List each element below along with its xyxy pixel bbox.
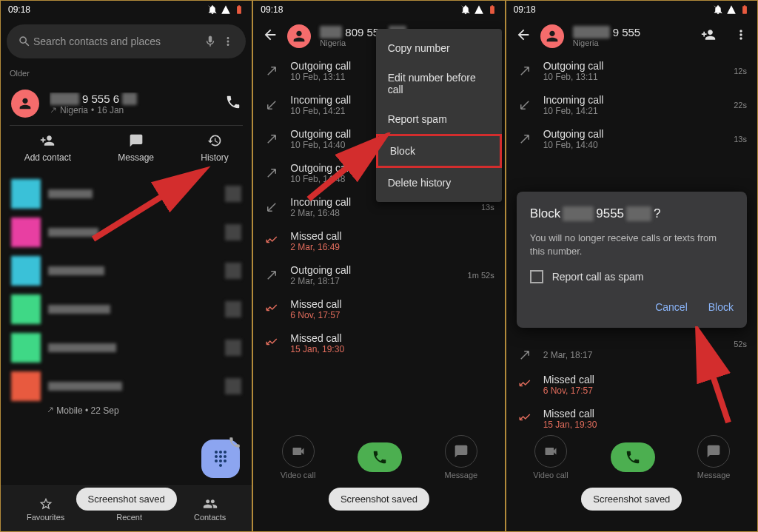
missed-call-icon (264, 337, 280, 350)
older-label: Older (1, 64, 252, 82)
missed-call-icon (264, 235, 280, 248)
in-call-icon (517, 98, 533, 112)
add-person-icon[interactable] (701, 27, 716, 45)
call-entry[interactable]: Missed call15 Jan, 19:30 (253, 326, 504, 360)
missed-call-icon (517, 412, 533, 425)
out-call-icon (517, 349, 533, 362)
battery-icon (739, 4, 750, 15)
call-entry[interactable]: Outgoing call10 Feb, 13:1112s (506, 54, 757, 88)
call-duration: 22s (734, 101, 747, 110)
header-number: xxxxx9 555 (573, 26, 692, 38)
bottom-actions: Video call Message (253, 429, 504, 485)
nav-contacts[interactable]: Contacts (194, 496, 226, 522)
contact-card[interactable]: xxxxx9 555 6xx Nigeria • 16 Jan (1, 82, 252, 125)
mic-icon[interactable] (201, 35, 219, 48)
back-icon[interactable] (262, 27, 278, 46)
call-type: Outgoing call (543, 60, 724, 72)
bell-off-icon (207, 4, 218, 15)
panel-block-dialog: 09:18 xxxxx9 555 Nigeria Outgoing call10… (506, 0, 758, 532)
call-type: Missed call (290, 332, 483, 344)
list-item[interactable] (1, 329, 252, 367)
call-type: Missed call (290, 230, 483, 242)
menu-report-spam[interactable]: Report spam (376, 104, 502, 134)
toast: Screenshot saved (76, 488, 177, 511)
list-item[interactable] (1, 252, 252, 290)
search-placeholder: Search contacts and places (33, 36, 201, 47)
status-bar: 09:18 (253, 1, 504, 18)
video-call-button[interactable]: Video call (281, 435, 316, 479)
status-time: 09:18 (261, 4, 283, 15)
dialog-spam-checkbox[interactable]: Report call as spam (530, 270, 734, 283)
call-time: 2 Mar, 16:49 (290, 242, 483, 252)
avatar (540, 24, 564, 48)
call-time: 10 Feb, 14:40 (543, 140, 724, 150)
menu-copy-number[interactable]: Copy number (376, 33, 502, 63)
signal-icon (221, 4, 231, 15)
call-type: Incoming call (543, 94, 724, 106)
history-button[interactable]: History (201, 133, 228, 163)
call-time: 2 Mar, 18:17 (290, 276, 457, 286)
more-icon[interactable] (734, 27, 748, 45)
avatar (287, 24, 311, 48)
status-time: 09:18 (514, 4, 536, 15)
video-call-button[interactable]: Video call (533, 435, 568, 479)
call-entry[interactable]: Missed call2 Mar, 16:49 (253, 224, 504, 258)
bell-off-icon (460, 4, 471, 15)
menu-block[interactable]: Block (376, 134, 502, 168)
message-button[interactable]: Message (697, 435, 731, 479)
call-duration: 13s (481, 203, 494, 212)
status-bar: 09:18 (506, 1, 757, 18)
call-entry[interactable]: Incoming call10 Feb, 14:2122s (506, 88, 757, 122)
out-call-icon (264, 132, 280, 146)
toast: Screenshot saved (329, 488, 429, 511)
more-icon[interactable] (219, 35, 237, 48)
message-button[interactable]: Message (118, 133, 154, 163)
panel-history: 09:18 xxx809 555xxx Nigeria Outgoing cal… (252, 0, 505, 532)
in-call-icon (264, 98, 280, 112)
svg-line-2 (309, 138, 383, 199)
call-button[interactable] (611, 442, 655, 472)
contact-sub: Nigeria • 16 Jan (50, 105, 225, 115)
out-call-icon (517, 132, 533, 146)
search-bar[interactable]: Search contacts and places (7, 24, 246, 58)
call-entry[interactable]: Outgoing call10 Feb, 14:4013s (506, 122, 757, 156)
out-call-icon (264, 64, 280, 78)
search-icon (16, 35, 33, 48)
call-duration: 12s (734, 67, 747, 75)
signal-icon (474, 4, 484, 15)
dialog-block-button[interactable]: Block (708, 301, 734, 313)
list-item[interactable] (1, 290, 252, 329)
status-bar: 09:18 (1, 1, 252, 18)
menu-edit-number[interactable]: Edit number before call (376, 63, 502, 104)
call-duration: 1m 52s (468, 271, 494, 280)
battery-icon (234, 4, 244, 15)
call-time: 10 Feb, 14:21 (543, 106, 724, 116)
nav-favourites[interactable]: Favourites (27, 496, 64, 522)
call-time: 15 Jan, 19:30 (290, 344, 483, 354)
out-call-icon (264, 166, 280, 180)
menu-delete-history[interactable]: Delete history (376, 168, 502, 198)
list-item[interactable] (1, 367, 252, 405)
annotation-arrow (305, 132, 394, 206)
call-icon[interactable] (225, 94, 241, 113)
signal-icon (726, 4, 737, 15)
in-call-icon (264, 201, 280, 214)
call-type: Outgoing call (290, 264, 457, 276)
call-duration: 13s (734, 135, 747, 144)
checkbox-icon[interactable] (530, 270, 543, 283)
contact-name: xxxxx9 555 6xx (50, 92, 225, 105)
add-contact-button[interactable]: Add contact (24, 133, 71, 163)
dialog-cancel-button[interactable]: Cancel (655, 301, 688, 313)
call-entry[interactable]: Outgoing call2 Mar, 18:171m 52s (253, 258, 504, 292)
overflow-menu: Copy number Edit number before call Repo… (376, 29, 502, 202)
call-entry[interactable]: Missed call6 Nov, 17:57 (253, 292, 504, 326)
annotation-arrow (684, 326, 743, 430)
svg-line-1 (93, 172, 201, 239)
call-button[interactable] (358, 442, 402, 472)
svg-line-3 (699, 334, 728, 422)
partial-call-icon (228, 436, 241, 452)
message-button[interactable]: Message (444, 435, 477, 479)
back-icon[interactable] (515, 27, 531, 46)
avatar (11, 90, 39, 118)
out-call-icon (517, 64, 533, 78)
